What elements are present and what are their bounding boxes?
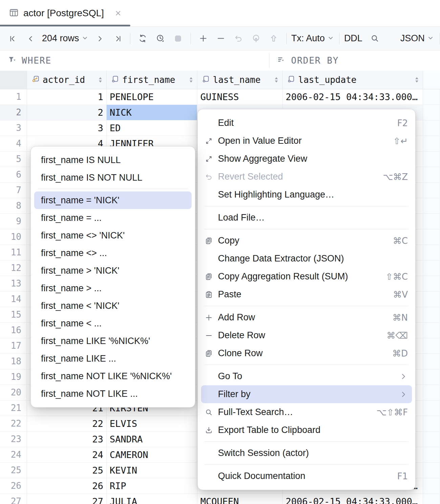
- cell-first-name[interactable]: SANDRA: [107, 432, 197, 447]
- row-number[interactable]: 7: [0, 183, 27, 198]
- column-header-actor-id[interactable]: actor_id: [27, 71, 107, 89]
- previous-page-button[interactable]: [23, 31, 39, 46]
- menu-item-clone-row[interactable]: Clone Row⌘D: [201, 344, 412, 362]
- menu-item-go-to[interactable]: Go To: [201, 367, 412, 385]
- stop-query-button[interactable]: [170, 31, 186, 46]
- menu-item-first-name-like-nick[interactable]: first_name LIKE '%NICK%': [34, 332, 192, 350]
- row-number[interactable]: 26: [0, 478, 27, 494]
- row-number[interactable]: 10: [0, 229, 27, 245]
- page-size-dropdown[interactable]: 204 rows: [42, 33, 89, 44]
- menu-item-export-table-to-clipboard[interactable]: Export Table to Clipboard: [201, 421, 412, 439]
- cell-actor-id[interactable]: 26: [27, 478, 107, 494]
- menu-item-first-name[interactable]: first_name = ...: [34, 209, 192, 227]
- menu-item-first-name-nick[interactable]: first_name = 'NICK': [34, 191, 192, 209]
- menu-item-change-data-extractor-json[interactable]: Change Data Extractor (JSON): [201, 250, 412, 268]
- menu-item-full-text-search[interactable]: Full-Text Search…⌥⇧⌘F: [201, 403, 412, 421]
- row-number[interactable]: 17: [0, 338, 27, 353]
- cell-first-name[interactable]: CAMERON: [107, 447, 197, 462]
- submit-changes-button[interactable]: [248, 31, 264, 46]
- find-button[interactable]: [367, 31, 383, 46]
- data-extractor-dropdown[interactable]: JSON: [400, 33, 434, 44]
- menu-item-revert-selected[interactable]: Revert Selected⌥⌘Z: [201, 168, 412, 186]
- menu-item-first-name-is-null[interactable]: first_name IS NULL: [34, 151, 192, 169]
- row-number[interactable]: 22: [0, 416, 27, 431]
- cell-actor-id[interactable]: 1: [27, 89, 107, 105]
- menu-item-quick-documentation[interactable]: Quick DocumentationF1: [201, 467, 412, 485]
- menu-item-delete-row[interactable]: Delete Row⌘⌫: [201, 326, 412, 344]
- cell-actor-id[interactable]: 24: [27, 447, 107, 462]
- menu-item-add-row[interactable]: Add Row⌘N: [201, 308, 412, 326]
- cell-first-name[interactable]: RIP: [107, 478, 197, 494]
- cell-actor-id[interactable]: 23: [27, 432, 107, 447]
- row-number[interactable]: 15: [0, 307, 27, 322]
- menu-item-first-name-like[interactable]: first_name LIKE ...: [34, 350, 192, 367]
- row-number[interactable]: 2: [0, 105, 27, 120]
- row-number[interactable]: 5: [0, 152, 27, 167]
- menu-item-first-name[interactable]: first_name > ...: [34, 279, 192, 297]
- menu-item-first-name-nick[interactable]: first_name < 'NICK': [34, 297, 192, 315]
- row-number[interactable]: 11: [0, 245, 27, 260]
- cell-last-name[interactable]: GUINESS: [197, 89, 283, 105]
- row-number[interactable]: 21: [0, 400, 27, 416]
- delete-row-button[interactable]: [213, 31, 229, 46]
- cell-actor-id[interactable]: 2: [27, 105, 107, 120]
- cell-actor-id[interactable]: 22: [27, 416, 107, 431]
- menu-item-first-name-nick[interactable]: first_name > 'NICK': [34, 262, 192, 279]
- cell-first-name[interactable]: JULIA: [107, 494, 197, 504]
- auto-refresh-clock-button[interactable]: [153, 31, 168, 46]
- row-number[interactable]: 6: [0, 167, 27, 182]
- row-number[interactable]: 18: [0, 354, 27, 369]
- row-number[interactable]: 16: [0, 323, 27, 338]
- menu-item-first-name-not-like[interactable]: first_name NOT LIKE ...: [34, 385, 192, 403]
- menu-item-first-name[interactable]: first_name < ...: [34, 315, 192, 332]
- sort-arrows-icon[interactable]: [274, 75, 279, 84]
- cell-actor-id[interactable]: 3: [27, 120, 107, 136]
- menu-item-first-name-is-not-null[interactable]: first_name IS NOT NULL: [34, 169, 192, 186]
- cell-first-name[interactable]: PENELOPE: [107, 89, 197, 105]
- row-number[interactable]: 8: [0, 198, 27, 213]
- cell-first-name[interactable]: NICK: [107, 105, 197, 120]
- next-page-button[interactable]: [92, 31, 108, 46]
- row-number[interactable]: 1: [0, 89, 27, 105]
- menu-item-show-aggregate-view[interactable]: Show Aggregate View: [201, 150, 412, 168]
- last-page-button[interactable]: [110, 31, 125, 46]
- sort-arrows-icon[interactable]: [414, 75, 419, 84]
- row-number[interactable]: 25: [0, 463, 27, 478]
- cell-actor-id[interactable]: 25: [27, 463, 107, 478]
- row-number[interactable]: 13: [0, 276, 27, 291]
- order-by-field[interactable]: ORDER BY: [269, 55, 339, 66]
- transaction-mode-dropdown[interactable]: Tx: Auto: [291, 33, 334, 44]
- cell-first-name[interactable]: KEVIN: [107, 463, 197, 478]
- cell-last-name[interactable]: MCQUEEN: [197, 494, 283, 504]
- menu-item-load-file[interactable]: Load File…: [201, 209, 412, 227]
- row-number-header[interactable]: [0, 71, 27, 89]
- row-number[interactable]: 20: [0, 385, 27, 400]
- cell-last-update[interactable]: 2006-02-15 04:34:33.000…: [283, 494, 423, 504]
- where-filter-field[interactable]: WHERE: [0, 55, 269, 66]
- menu-item-set-highlighting-language[interactable]: Set Highlighting Language…: [201, 186, 412, 204]
- menu-item-copy[interactable]: Copy⌘C: [201, 232, 412, 250]
- menu-item-paste[interactable]: Paste⌘V: [201, 285, 412, 303]
- row-number[interactable]: 4: [0, 136, 27, 151]
- row-number[interactable]: 19: [0, 369, 27, 385]
- menu-item-filter-by[interactable]: Filter by: [201, 385, 412, 403]
- upload-push-button[interactable]: [266, 31, 282, 46]
- row-number[interactable]: 12: [0, 260, 27, 276]
- ddl-button[interactable]: DDL: [344, 33, 362, 44]
- row-number[interactable]: 24: [0, 447, 27, 462]
- menu-item-first-name-nick[interactable]: first_name <> 'NICK': [34, 227, 192, 244]
- revert-changes-button[interactable]: [231, 31, 246, 46]
- row-number[interactable]: 14: [0, 292, 27, 307]
- menu-item-first-name-not-like-nick[interactable]: first_name NOT LIKE '%NICK%': [34, 367, 192, 385]
- column-header-last-update[interactable]: last_update: [283, 71, 423, 89]
- sort-arrows-icon[interactable]: [189, 75, 194, 84]
- sort-arrows-icon[interactable]: [98, 75, 103, 84]
- add-row-button[interactable]: [196, 31, 211, 46]
- row-number[interactable]: 23: [0, 432, 27, 447]
- row-number[interactable]: 3: [0, 120, 27, 136]
- menu-item-copy-aggregation-result-sum[interactable]: Copy Aggregation Result (SUM)⇧⌘C: [201, 268, 412, 285]
- cell-first-name[interactable]: ELVIS: [107, 416, 197, 431]
- reload-data-button[interactable]: [135, 31, 151, 46]
- column-header-last-name[interactable]: last_name: [197, 71, 283, 89]
- row-number[interactable]: 9: [0, 214, 27, 229]
